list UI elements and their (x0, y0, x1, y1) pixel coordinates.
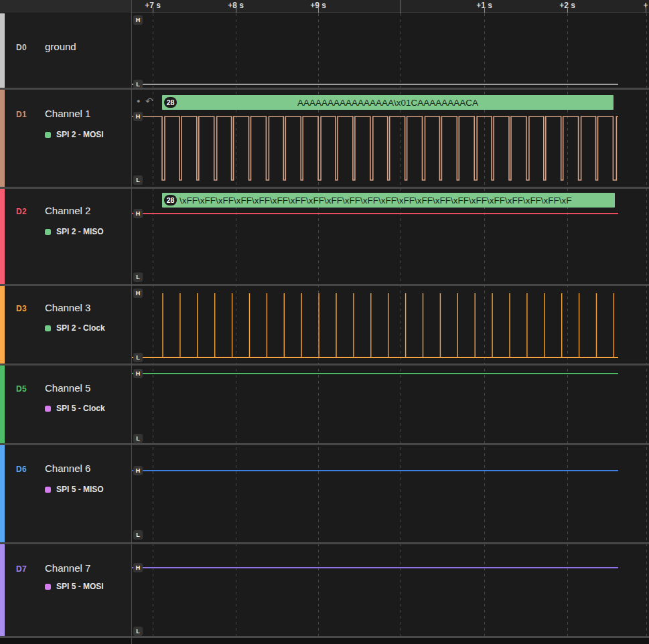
timeline-solid-marker (401, 0, 401, 13)
channel-color-strip[interactable] (0, 13, 5, 88)
channel-id: D3 (16, 304, 27, 313)
timeline-tick (567, 7, 568, 13)
analyzer-row[interactable]: SPI 5 - MISO (45, 485, 104, 494)
waveform-area[interactable]: H L 28\xFF\xFF\xFF\xFF\xFF\xFF\xFF\xFF\x… (132, 189, 649, 284)
channel-label-panel[interactable]: D5 Channel 5 SPI 5 - Clock (5, 366, 131, 443)
channel-name: Channel 3 (45, 302, 90, 313)
timeline-header-corner (0, 0, 131, 13)
high-level-badge: H (133, 369, 143, 378)
analyzer-label: SPI 2 - MISO (56, 227, 104, 236)
row-separator[interactable] (0, 542, 649, 544)
decoded-data-bar[interactable]: 28\xFF\xFF\xFF\xFF\xFF\xFF\xFF\xFF\xFF\x… (162, 193, 615, 208)
waveform-area[interactable]: H L (132, 544, 649, 636)
row-separator[interactable] (0, 88, 649, 90)
channel-color-strip[interactable] (0, 544, 5, 636)
channel-row-d0: D0 ground H L (0, 13, 649, 88)
analyzer-label: SPI 2 - MOSI (56, 130, 104, 139)
channel-id: D7 (16, 564, 27, 574)
channel-name: Channel 7 (45, 562, 90, 574)
channel-name: Channel 2 (45, 205, 90, 216)
analyzer-label: SPI 5 - Clock (56, 404, 105, 413)
analyzer-row[interactable]: SPI 5 - MOSI (45, 582, 104, 591)
timeline-tick (646, 7, 646, 13)
channel-id: D6 (16, 465, 27, 474)
channel-id: D0 (16, 43, 27, 52)
channel-row-d2: D2 Channel 2 SPI 2 - MISO H L 28\xFF\xFF… (0, 189, 649, 284)
channel-id: D5 (16, 384, 27, 394)
label-panel-divider[interactable] (131, 0, 132, 644)
high-level-badge: H (133, 563, 143, 572)
channel-color-strip[interactable] (0, 445, 5, 542)
analyzer-label: SPI 5 - MOSI (56, 582, 104, 591)
channel-name: Channel 6 (45, 463, 90, 474)
undo-arrow-icon[interactable]: ↶ (145, 96, 153, 106)
waveform-area[interactable]: H L (132, 286, 649, 364)
channel-color-strip[interactable] (0, 366, 5, 443)
signal-trace (132, 366, 649, 443)
channel-label-panel[interactable]: D6 Channel 6 SPI 5 - MISO (5, 445, 131, 542)
high-level-badge: H (133, 15, 143, 25)
low-level-badge: L (133, 353, 143, 362)
channel-row-d6: D6 Channel 6 SPI 5 - MISO H L (0, 445, 649, 542)
timeline-tick (484, 7, 485, 13)
analyzer-label: SPI 5 - MISO (56, 485, 104, 494)
channel-row-d3: D3 Channel 3 SPI 2 - Clock H L (0, 286, 649, 364)
channel-label-panel[interactable]: D3 Channel 3 SPI 2 - Clock (5, 286, 131, 364)
channel-name: ground (45, 41, 76, 52)
analyzer-label: SPI 2 - Clock (56, 323, 105, 333)
channel-name: Channel 5 (45, 382, 90, 394)
row-separator[interactable] (0, 364, 649, 366)
decoded-data-bar[interactable]: 28AAAAAAAAAAAAAAAA\x01CAAAAAAAACA (162, 95, 614, 110)
channel-color-strip[interactable] (0, 90, 5, 187)
analyzer-color-dot-icon (45, 325, 51, 331)
high-level-badge: H (133, 466, 143, 475)
channel-label-panel[interactable]: D7 Channel 7 SPI 5 - MOSI (5, 544, 131, 636)
analyzer-color-dot-icon (45, 584, 51, 590)
analyzer-color-dot-icon (45, 229, 51, 235)
low-level-badge: L (133, 434, 143, 443)
channel-id: D2 (16, 207, 27, 216)
channel-color-strip[interactable] (0, 189, 5, 284)
frame-count-badge: 28 (164, 195, 177, 206)
row-separator[interactable] (0, 284, 649, 286)
row-separator[interactable] (0, 636, 649, 638)
high-level-badge: H (133, 289, 143, 298)
analyzer-row[interactable]: SPI 2 - MOSI (45, 130, 104, 139)
timeline-tick (153, 7, 153, 13)
decoded-data-text: \xFF\xFF\xFF\xFF\xFF\xFF\xFF\xFF\xFF\xFF… (179, 193, 615, 208)
high-level-badge: H (133, 209, 143, 218)
analyzer-row[interactable]: SPI 5 - Clock (45, 404, 105, 413)
signal-trace (132, 286, 649, 364)
analyzer-color-dot-icon (45, 132, 51, 138)
channel-label-panel[interactable]: D2 Channel 2 SPI 2 - MISO (5, 189, 131, 284)
low-level-badge: L (133, 272, 143, 282)
bottom-edge (0, 638, 649, 644)
channel-label-panel[interactable]: D0 ground (5, 13, 131, 88)
low-level-badge: L (133, 627, 143, 636)
waveform-area[interactable]: H L (132, 366, 649, 443)
timeline-tick (236, 7, 236, 13)
channel-name: Channel 1 (45, 108, 90, 119)
waveform-area[interactable]: H L 28AAAAAAAAAAAAAAAA\x01CAAAAAAAACA●↶ (132, 90, 649, 187)
channel-row-d7: D7 Channel 7 SPI 5 - MOSI H L (0, 544, 649, 636)
analyzer-color-dot-icon (45, 406, 51, 412)
channel-color-strip[interactable] (0, 286, 5, 364)
low-level-badge: L (133, 530, 143, 540)
decoded-data-text: AAAAAAAAAAAAAAAA\x01CAAAAAAAACA (162, 95, 614, 110)
channel-id: D1 (16, 110, 27, 119)
row-separator[interactable] (0, 187, 649, 189)
channel-row-d5: D5 Channel 5 SPI 5 - Clock H L (0, 366, 649, 443)
signal-trace (132, 13, 649, 88)
low-level-badge: L (133, 175, 143, 185)
channel-row-d1: D1 Channel 1 SPI 2 - MOSI H L 28AAAAAAAA… (0, 90, 649, 187)
channel-label-panel[interactable]: D1 Channel 1 SPI 2 - MOSI (5, 90, 131, 187)
high-level-badge: H (133, 112, 143, 121)
analyzer-row[interactable]: SPI 2 - MISO (45, 227, 104, 236)
row-separator[interactable] (0, 443, 649, 445)
waveform-area[interactable]: H L (132, 13, 649, 88)
analyzer-row[interactable]: SPI 2 - Clock (45, 323, 105, 333)
signal-trace (132, 445, 649, 542)
waveform-area[interactable]: H L (132, 445, 649, 542)
record-dot-icon[interactable]: ● (137, 98, 140, 104)
logic-analyzer-view: +7 s+8 s+9 s+1 s+2 s+ D0 ground H L D1 C… (0, 0, 649, 644)
